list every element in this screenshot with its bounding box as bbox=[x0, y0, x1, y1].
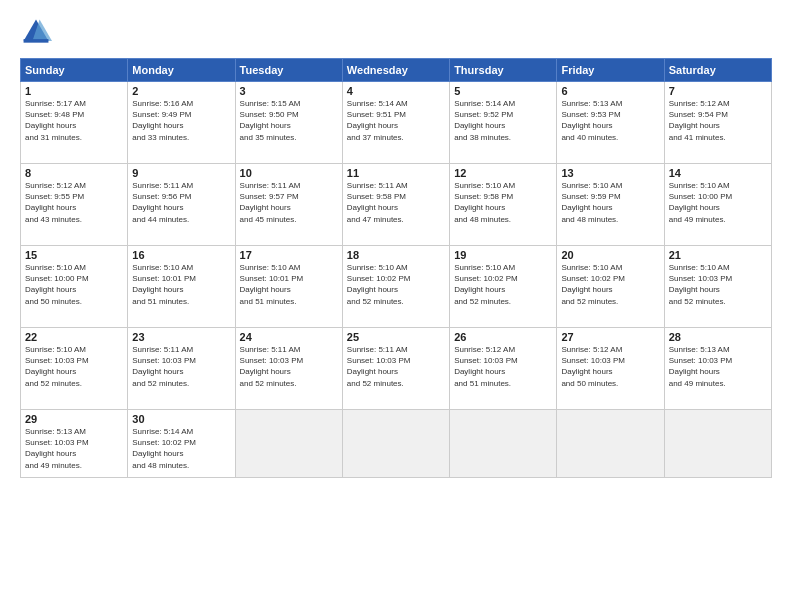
day-number: 17 bbox=[240, 249, 338, 261]
day-number: 15 bbox=[25, 249, 123, 261]
table-row: 5Sunrise: 5:14 AMSunset: 9:52 PMDaylight… bbox=[450, 82, 557, 164]
table-row: 2Sunrise: 5:16 AMSunset: 9:49 PMDaylight… bbox=[128, 82, 235, 164]
day-info: Sunrise: 5:12 AMSunset: 10:03 PMDaylight… bbox=[561, 344, 659, 389]
table-row: 9Sunrise: 5:11 AMSunset: 9:56 PMDaylight… bbox=[128, 164, 235, 246]
header-wednesday: Wednesday bbox=[342, 59, 449, 82]
calendar: Sunday Monday Tuesday Wednesday Thursday… bbox=[20, 58, 772, 478]
day-number: 14 bbox=[669, 167, 767, 179]
table-row: 25Sunrise: 5:11 AMSunset: 10:03 PMDaylig… bbox=[342, 328, 449, 410]
day-info: Sunrise: 5:15 AMSunset: 9:50 PMDaylight … bbox=[240, 98, 338, 143]
day-number: 20 bbox=[561, 249, 659, 261]
day-number: 3 bbox=[240, 85, 338, 97]
day-info: Sunrise: 5:11 AMSunset: 9:58 PMDaylight … bbox=[347, 180, 445, 225]
day-number: 30 bbox=[132, 413, 230, 425]
table-row: 19Sunrise: 5:10 AMSunset: 10:02 PMDaylig… bbox=[450, 246, 557, 328]
empty-cell bbox=[450, 410, 557, 478]
day-number: 5 bbox=[454, 85, 552, 97]
table-row: 17Sunrise: 5:10 AMSunset: 10:01 PMDaylig… bbox=[235, 246, 342, 328]
table-row: 18Sunrise: 5:10 AMSunset: 10:02 PMDaylig… bbox=[342, 246, 449, 328]
logo bbox=[20, 16, 56, 48]
header-thursday: Thursday bbox=[450, 59, 557, 82]
page: Sunday Monday Tuesday Wednesday Thursday… bbox=[0, 0, 792, 612]
table-row: 15Sunrise: 5:10 AMSunset: 10:00 PMDaylig… bbox=[21, 246, 128, 328]
calendar-week-row: 22Sunrise: 5:10 AMSunset: 10:03 PMDaylig… bbox=[21, 328, 772, 410]
table-row: 14Sunrise: 5:10 AMSunset: 10:00 PMDaylig… bbox=[664, 164, 771, 246]
day-info: Sunrise: 5:13 AMSunset: 10:03 PMDaylight… bbox=[25, 426, 123, 471]
svg-rect-2 bbox=[24, 39, 49, 43]
day-number: 28 bbox=[669, 331, 767, 343]
day-info: Sunrise: 5:10 AMSunset: 9:59 PMDaylight … bbox=[561, 180, 659, 225]
calendar-week-row: 15Sunrise: 5:10 AMSunset: 10:00 PMDaylig… bbox=[21, 246, 772, 328]
day-info: Sunrise: 5:10 AMSunset: 10:02 PMDaylight… bbox=[347, 262, 445, 307]
header bbox=[20, 16, 772, 48]
day-info: Sunrise: 5:11 AMSunset: 10:03 PMDaylight… bbox=[240, 344, 338, 389]
day-number: 19 bbox=[454, 249, 552, 261]
calendar-week-row: 8Sunrise: 5:12 AMSunset: 9:55 PMDaylight… bbox=[21, 164, 772, 246]
day-number: 10 bbox=[240, 167, 338, 179]
day-number: 2 bbox=[132, 85, 230, 97]
day-info: Sunrise: 5:17 AMSunset: 9:48 PMDaylight … bbox=[25, 98, 123, 143]
day-number: 25 bbox=[347, 331, 445, 343]
table-row: 26Sunrise: 5:12 AMSunset: 10:03 PMDaylig… bbox=[450, 328, 557, 410]
day-number: 21 bbox=[669, 249, 767, 261]
day-info: Sunrise: 5:14 AMSunset: 10:02 PMDaylight… bbox=[132, 426, 230, 471]
table-row: 3Sunrise: 5:15 AMSunset: 9:50 PMDaylight… bbox=[235, 82, 342, 164]
day-number: 12 bbox=[454, 167, 552, 179]
empty-cell bbox=[342, 410, 449, 478]
day-info: Sunrise: 5:12 AMSunset: 9:54 PMDaylight … bbox=[669, 98, 767, 143]
table-row: 10Sunrise: 5:11 AMSunset: 9:57 PMDayligh… bbox=[235, 164, 342, 246]
day-info: Sunrise: 5:12 AMSunset: 9:55 PMDaylight … bbox=[25, 180, 123, 225]
day-number: 1 bbox=[25, 85, 123, 97]
table-row: 11Sunrise: 5:11 AMSunset: 9:58 PMDayligh… bbox=[342, 164, 449, 246]
day-info: Sunrise: 5:10 AMSunset: 10:01 PMDaylight… bbox=[132, 262, 230, 307]
table-row: 7Sunrise: 5:12 AMSunset: 9:54 PMDaylight… bbox=[664, 82, 771, 164]
empty-cell bbox=[557, 410, 664, 478]
table-row: 1Sunrise: 5:17 AMSunset: 9:48 PMDaylight… bbox=[21, 82, 128, 164]
day-info: Sunrise: 5:10 AMSunset: 10:02 PMDaylight… bbox=[561, 262, 659, 307]
empty-cell bbox=[235, 410, 342, 478]
header-friday: Friday bbox=[557, 59, 664, 82]
day-number: 24 bbox=[240, 331, 338, 343]
day-number: 16 bbox=[132, 249, 230, 261]
calendar-week-row: 29Sunrise: 5:13 AMSunset: 10:03 PMDaylig… bbox=[21, 410, 772, 478]
day-info: Sunrise: 5:10 AMSunset: 10:01 PMDaylight… bbox=[240, 262, 338, 307]
header-monday: Monday bbox=[128, 59, 235, 82]
header-tuesday: Tuesday bbox=[235, 59, 342, 82]
table-row: 20Sunrise: 5:10 AMSunset: 10:02 PMDaylig… bbox=[557, 246, 664, 328]
day-number: 9 bbox=[132, 167, 230, 179]
day-info: Sunrise: 5:10 AMSunset: 10:03 PMDaylight… bbox=[669, 262, 767, 307]
day-info: Sunrise: 5:10 AMSunset: 10:02 PMDaylight… bbox=[454, 262, 552, 307]
day-info: Sunrise: 5:10 AMSunset: 9:58 PMDaylight … bbox=[454, 180, 552, 225]
day-number: 18 bbox=[347, 249, 445, 261]
day-number: 22 bbox=[25, 331, 123, 343]
day-number: 11 bbox=[347, 167, 445, 179]
table-row: 16Sunrise: 5:10 AMSunset: 10:01 PMDaylig… bbox=[128, 246, 235, 328]
calendar-week-row: 1Sunrise: 5:17 AMSunset: 9:48 PMDaylight… bbox=[21, 82, 772, 164]
day-number: 23 bbox=[132, 331, 230, 343]
table-row: 6Sunrise: 5:13 AMSunset: 9:53 PMDaylight… bbox=[557, 82, 664, 164]
table-row: 27Sunrise: 5:12 AMSunset: 10:03 PMDaylig… bbox=[557, 328, 664, 410]
empty-cell bbox=[664, 410, 771, 478]
day-number: 4 bbox=[347, 85, 445, 97]
table-row: 4Sunrise: 5:14 AMSunset: 9:51 PMDaylight… bbox=[342, 82, 449, 164]
table-row: 24Sunrise: 5:11 AMSunset: 10:03 PMDaylig… bbox=[235, 328, 342, 410]
header-saturday: Saturday bbox=[664, 59, 771, 82]
table-row: 13Sunrise: 5:10 AMSunset: 9:59 PMDayligh… bbox=[557, 164, 664, 246]
day-info: Sunrise: 5:10 AMSunset: 10:00 PMDaylight… bbox=[25, 262, 123, 307]
day-info: Sunrise: 5:12 AMSunset: 10:03 PMDaylight… bbox=[454, 344, 552, 389]
day-info: Sunrise: 5:11 AMSunset: 10:03 PMDaylight… bbox=[347, 344, 445, 389]
day-number: 29 bbox=[25, 413, 123, 425]
day-number: 7 bbox=[669, 85, 767, 97]
day-info: Sunrise: 5:16 AMSunset: 9:49 PMDaylight … bbox=[132, 98, 230, 143]
day-number: 8 bbox=[25, 167, 123, 179]
day-info: Sunrise: 5:10 AMSunset: 10:03 PMDaylight… bbox=[25, 344, 123, 389]
day-info: Sunrise: 5:14 AMSunset: 9:51 PMDaylight … bbox=[347, 98, 445, 143]
header-sunday: Sunday bbox=[21, 59, 128, 82]
day-number: 6 bbox=[561, 85, 659, 97]
table-row: 22Sunrise: 5:10 AMSunset: 10:03 PMDaylig… bbox=[21, 328, 128, 410]
table-row: 8Sunrise: 5:12 AMSunset: 9:55 PMDaylight… bbox=[21, 164, 128, 246]
weekday-header-row: Sunday Monday Tuesday Wednesday Thursday… bbox=[21, 59, 772, 82]
table-row: 29Sunrise: 5:13 AMSunset: 10:03 PMDaylig… bbox=[21, 410, 128, 478]
day-info: Sunrise: 5:13 AMSunset: 10:03 PMDaylight… bbox=[669, 344, 767, 389]
table-row: 23Sunrise: 5:11 AMSunset: 10:03 PMDaylig… bbox=[128, 328, 235, 410]
